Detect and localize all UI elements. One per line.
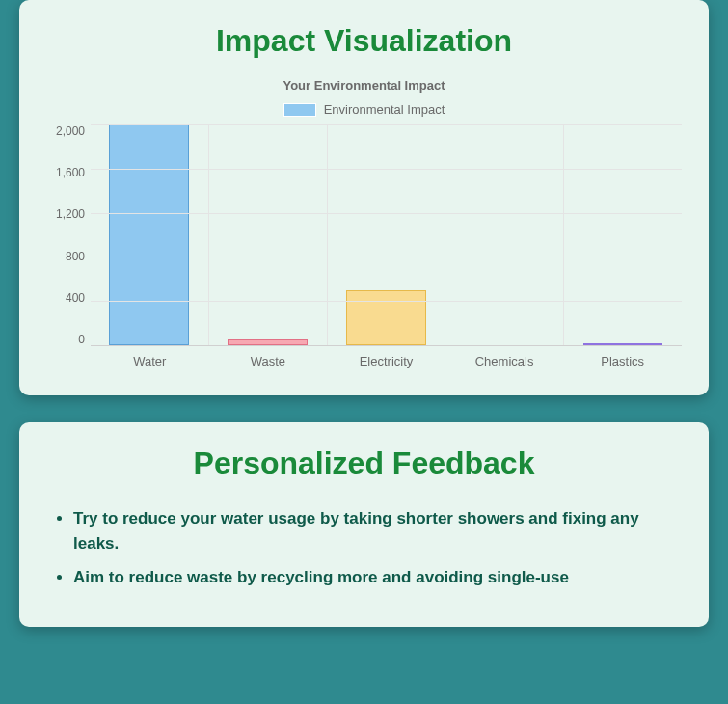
x-label: Electricity	[327, 354, 445, 368]
bar-slot	[328, 124, 446, 345]
y-tick: 2,000	[56, 124, 85, 138]
x-label: Water	[91, 354, 209, 368]
gridline	[91, 257, 682, 257]
feedback-item: Try to reduce your water usage by taking…	[73, 506, 682, 555]
bar-slot	[445, 124, 564, 345]
x-label: Chemicals	[445, 354, 564, 368]
y-tick: 800	[66, 250, 85, 263]
bar-plastics	[583, 343, 663, 345]
y-tick: 1,600	[56, 166, 85, 179]
personalized-feedback-card: Personalized Feedback Try to reduce your…	[19, 422, 709, 627]
legend-label: Environmental Impact	[324, 102, 445, 117]
chart-title: Your Environmental Impact	[46, 78, 682, 93]
feedback-item: Aim to reduce waste by recycling more an…	[73, 565, 682, 590]
y-axis: 2,000 1,600 1,200 800 400 0	[46, 124, 91, 346]
impact-visualization-card: Impact Visualization Your Environmental …	[19, 0, 709, 395]
y-tick: 0	[78, 333, 85, 346]
legend-swatch	[283, 103, 316, 117]
bar-electricity	[346, 290, 426, 345]
gridline	[91, 169, 682, 170]
impact-heading: Impact Visualization	[46, 23, 682, 59]
bar-water	[109, 124, 189, 345]
bar-waste	[228, 339, 308, 345]
plot-area	[91, 124, 682, 346]
bar-slot	[564, 124, 682, 345]
gridline	[91, 213, 682, 214]
feedback-list: Try to reduce your water usage by taking…	[46, 506, 682, 590]
bar-slot	[91, 124, 209, 345]
bars-container	[91, 124, 682, 345]
chart-legend: Environmental Impact	[46, 102, 682, 117]
x-label: Waste	[209, 354, 328, 368]
x-axis: WaterWasteElectricityChemicalsPlastics	[91, 354, 682, 368]
gridline	[91, 124, 682, 125]
gridline	[91, 301, 682, 302]
feedback-heading: Personalized Feedback	[46, 446, 682, 481]
bar-slot	[209, 124, 328, 345]
chart-area: 2,000 1,600 1,200 800 400 0	[46, 124, 682, 346]
y-tick: 1,200	[56, 207, 85, 221]
x-label: Plastics	[563, 354, 682, 368]
y-tick: 400	[66, 291, 85, 305]
